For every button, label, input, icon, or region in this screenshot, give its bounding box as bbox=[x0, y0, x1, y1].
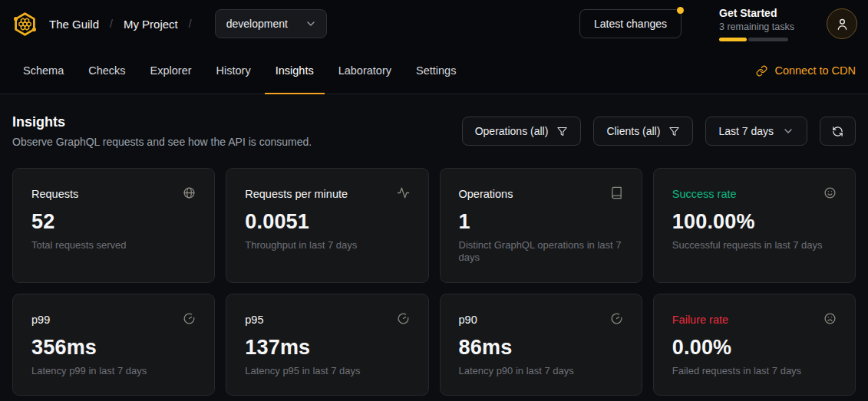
get-started-progress-fill bbox=[719, 38, 747, 41]
breadcrumb-project[interactable]: My Project bbox=[124, 18, 178, 31]
notification-dot bbox=[677, 7, 684, 14]
tab-explorer[interactable]: Explorer bbox=[140, 48, 203, 94]
page-title: Insights bbox=[12, 114, 312, 130]
refresh-icon bbox=[832, 126, 843, 137]
get-started-subtitle: 3 remaining tasks bbox=[719, 21, 788, 32]
card-top: Operations bbox=[459, 186, 623, 200]
target-dropdown[interactable]: development bbox=[215, 9, 327, 38]
tab-settings[interactable]: Settings bbox=[405, 48, 467, 94]
book-icon bbox=[610, 186, 623, 199]
stat-card-failure-rate: Failure rate 0.00% Failed requests in la… bbox=[653, 294, 856, 396]
get-started-progress-track bbox=[748, 38, 788, 41]
filters-toolbar: Operations (all) Clients (all) Last 7 da… bbox=[462, 114, 856, 146]
frown-icon bbox=[823, 312, 837, 325]
chevron-down-icon bbox=[782, 125, 794, 137]
card-title: Requests bbox=[31, 186, 78, 200]
top-header: The Guild / My Project / development Lat… bbox=[0, 0, 868, 48]
funnel-icon bbox=[668, 126, 680, 137]
refresh-button[interactable] bbox=[820, 117, 856, 146]
card-top: Requests per minute bbox=[245, 186, 409, 200]
get-started-widget[interactable]: Get Started 3 remaining tasks bbox=[719, 7, 788, 41]
card-value: 137ms bbox=[245, 336, 409, 360]
card-top: Requests bbox=[31, 186, 196, 200]
latest-changes-label: Latest changes bbox=[594, 18, 667, 30]
funnel-icon bbox=[556, 126, 568, 137]
card-title: Success rate bbox=[672, 186, 737, 200]
stat-card-p95: p95 137ms Latency p95 in last 7 days bbox=[226, 294, 428, 396]
card-title: p90 bbox=[459, 312, 477, 326]
stat-card-success-rate: Success rate 100.00% Successful requests… bbox=[653, 168, 856, 283]
nav-tabs: Schema Checks Explorer History Insights … bbox=[12, 48, 467, 94]
page-subtitle: Observe GraphQL requests and see how the… bbox=[12, 136, 312, 148]
connect-to-cdn-label: Connect to CDN bbox=[774, 64, 856, 77]
clients-filter-label: Clients (all) bbox=[606, 125, 660, 137]
card-top: Success rate bbox=[672, 186, 837, 200]
page-head-text: Insights Observe GraphQL requests and se… bbox=[12, 114, 312, 148]
project-nav: Schema Checks Explorer History Insights … bbox=[0, 48, 868, 94]
card-value: 100.00% bbox=[672, 210, 837, 234]
page-head: Insights Observe GraphQL requests and se… bbox=[12, 114, 856, 148]
user-avatar[interactable] bbox=[827, 8, 857, 39]
card-description: Distinct GraphQL operations in last 7 da… bbox=[459, 239, 623, 265]
card-value: 0.00% bbox=[672, 336, 837, 360]
header-right-cluster: Latest changes Get Started 3 remaining t… bbox=[579, 7, 857, 41]
period-dropdown[interactable]: Last 7 days bbox=[705, 117, 807, 146]
latest-changes-button[interactable]: Latest changes bbox=[579, 9, 682, 38]
person-icon bbox=[835, 17, 850, 31]
stat-card-p99: p99 356ms Latency p99 in last 7 days bbox=[12, 294, 215, 396]
tab-schema[interactable]: Schema bbox=[12, 48, 74, 94]
card-title: Failure rate bbox=[672, 312, 728, 326]
clients-filter-button[interactable]: Clients (all) bbox=[593, 117, 693, 146]
tab-laboratory[interactable]: Laboratory bbox=[328, 48, 402, 94]
breadcrumb-org[interactable]: The Guild bbox=[49, 18, 99, 31]
card-value: 0.0051 bbox=[245, 210, 409, 234]
breadcrumb-separator: / bbox=[189, 18, 192, 30]
card-title: p99 bbox=[31, 312, 50, 326]
connect-to-cdn-link[interactable]: Connect to CDN bbox=[756, 48, 856, 94]
card-title: Requests per minute bbox=[245, 186, 348, 200]
operations-filter-label: Operations (all) bbox=[475, 125, 549, 137]
link-icon bbox=[756, 65, 767, 77]
card-description: Successful requests in last 7 days bbox=[672, 239, 837, 251]
card-top: p99 bbox=[31, 312, 196, 326]
card-value: 86ms bbox=[459, 336, 623, 360]
card-description: Total requests served bbox=[31, 239, 196, 251]
gauge-icon bbox=[610, 312, 623, 325]
card-top: p95 bbox=[245, 312, 409, 326]
tab-insights[interactable]: Insights bbox=[265, 48, 325, 94]
stat-card-requests-per-minute: Requests per minute 0.0051 Throughput in… bbox=[226, 168, 428, 283]
card-description: Latency p95 in last 7 days bbox=[245, 365, 409, 377]
period-dropdown-value: Last 7 days bbox=[718, 125, 774, 137]
smile-icon bbox=[823, 186, 837, 199]
tab-checks[interactable]: Checks bbox=[78, 48, 136, 94]
activity-icon bbox=[397, 186, 410, 199]
card-description: Throughput in last 7 days bbox=[245, 239, 409, 251]
get-started-progress bbox=[719, 38, 788, 41]
insights-main: Insights Observe GraphQL requests and se… bbox=[0, 94, 868, 396]
card-title: p95 bbox=[245, 312, 263, 326]
stat-card-p90: p90 86ms Latency p90 in last 7 days bbox=[440, 294, 642, 396]
operations-filter-button[interactable]: Operations (all) bbox=[462, 117, 582, 146]
card-value: 356ms bbox=[31, 336, 196, 360]
card-description: Latency p90 in last 7 days bbox=[459, 365, 623, 377]
stat-card-requests: Requests 52 Total requests served bbox=[12, 168, 215, 283]
globe-icon bbox=[183, 186, 196, 199]
stat-card-operations: Operations 1 Distinct GraphQL operations… bbox=[440, 168, 642, 283]
card-top: Failure rate bbox=[672, 312, 837, 326]
breadcrumb-separator: / bbox=[110, 18, 113, 30]
card-title: Operations bbox=[459, 186, 513, 200]
card-description: Failed requests in last 7 days bbox=[672, 365, 837, 377]
target-dropdown-value: development bbox=[226, 18, 288, 30]
hive-logo-icon[interactable] bbox=[12, 12, 38, 37]
card-top: p90 bbox=[459, 312, 623, 326]
card-value: 1 bbox=[459, 210, 623, 234]
card-value: 52 bbox=[31, 210, 196, 234]
stat-cards-grid: Requests 52 Total requests served Reques… bbox=[12, 168, 856, 396]
chevron-down-icon bbox=[305, 18, 317, 30]
tab-history[interactable]: History bbox=[206, 48, 262, 94]
gauge-icon bbox=[397, 312, 410, 325]
gauge-icon bbox=[183, 312, 196, 325]
card-description: Latency p99 in last 7 days bbox=[31, 365, 196, 377]
get-started-title: Get Started bbox=[719, 7, 788, 19]
